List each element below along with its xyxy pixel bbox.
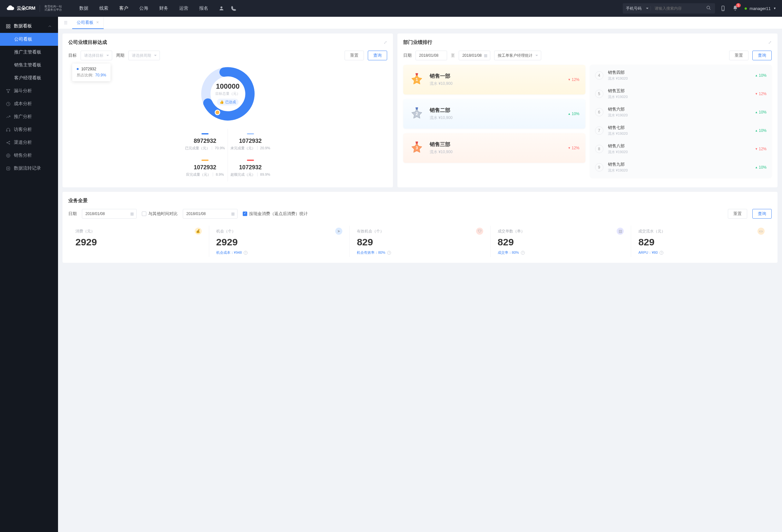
nav-customer[interactable]: 客户 [115,0,133,16]
svg-rect-7 [6,27,8,28]
logo[interactable]: 云朵CRM 教育机构一站 式服务云平台 [6,5,62,12]
sidebar-item-funnel[interactable]: 漏斗分析 [0,84,58,97]
search-input[interactable] [651,6,702,11]
mobile-icon[interactable] [720,5,726,11]
svg-point-0 [220,6,222,8]
reset-button[interactable]: 重置 [728,209,747,219]
pct-change: ▼12% [568,77,579,82]
arrow-down-icon: ▼ [755,92,758,96]
metric-undone: 1072932未完成量（元）20.9% [228,129,273,155]
compare-checkbox[interactable]: 与其他时间对比 [142,211,178,217]
metric-should: 1072932应完成量（元）8.9% [182,155,227,181]
svg-point-15 [9,143,10,144]
card-target: 公司业绩目标达成 ⤢ 目标 请选择目标 周期 请选择周期 重置 查询 10729… [63,34,393,187]
nav-lead[interactable]: 线索 [95,0,113,16]
svg-text:3: 3 [416,146,418,150]
sidebar-item-account-mgr[interactable]: 客户经理看板 [0,72,58,84]
svg-rect-5 [6,24,8,26]
nav-operate[interactable]: 运营 [175,0,193,16]
rank-card-2: 2 销售二部流水 ¥10,900 ▲10% [403,99,585,129]
gold-medal-icon: 1 [409,72,425,87]
search-type-select[interactable]: 手机号码 [623,6,645,11]
tab-company[interactable]: 公司看板✕ [72,17,104,29]
help-icon[interactable]: ? [244,251,248,255]
expand-icon[interactable]: ⤢ [384,40,387,45]
calendar-icon: ▦ [130,212,134,216]
help-icon[interactable]: ? [387,251,391,255]
sidebar-item-company[interactable]: 公司看板 [0,33,58,46]
sidebar: 数据看板 公司看板 推广主管看板 销售主管看板 客户经理看板 漏斗分析 成本分析… [0,17,58,532]
chevron-up-icon [47,24,52,29]
sidebar-item-sales-mgr[interactable]: 销售主管看板 [0,59,58,72]
nav-enroll[interactable]: 报名 [195,0,213,16]
svg-point-19 [7,155,9,156]
search-button[interactable] [702,5,715,11]
svg-marker-9 [6,89,10,93]
metric-done: 8972932已完成量（元）70.9% [182,129,227,155]
notifications[interactable]: 5 [732,5,738,12]
goal-select[interactable]: 请选择目标 [80,50,112,60]
cash-checkbox[interactable]: 按现金消费（返点后消费）统计 [243,211,308,217]
dashboard-icon [6,24,11,29]
list-icon [6,166,11,171]
achieved-badge: 👍已达成 [217,99,239,105]
collapse-sidebar-button[interactable]: ☰ [61,19,70,27]
sidebar-item-flow[interactable]: 数据流转记录 [0,162,58,175]
rank-card-3: 3 销售三部流水 ¥10,900 ▼12% [403,133,585,163]
phone-icon[interactable] [231,5,237,11]
rank-row: 4销售四部流水 ¥19020▲10% [590,66,772,84]
nav-public[interactable]: 公海 [135,0,153,16]
svg-rect-12 [9,130,10,131]
reset-button[interactable]: 重置 [345,50,364,60]
sidebar-item-visitor[interactable]: 访客分析 [0,123,58,136]
user-icon[interactable] [218,5,224,11]
date-input-2[interactable]: 2018/01/08▦ [183,209,238,219]
card-icon: ▭ [757,227,765,235]
rank-row: 6销售六部流水 ¥19020▲10% [590,103,772,121]
svg-point-18 [6,153,10,157]
rank-list: 4销售四部流水 ¥19020▲10% 5销售五部流水 ¥19020▼12% 6销… [590,65,772,178]
sidebar-item-channel[interactable]: 渠道分析 [0,136,58,149]
sidebar-item-promo[interactable]: 推广分析 [0,110,58,123]
period-select[interactable]: 请选择周期 [128,50,160,60]
sidebar-item-promo-mgr[interactable]: 推广主管看板 [0,46,58,59]
svg-line-17 [7,143,9,144]
sidebar-group-dashboard[interactable]: 数据看板 [0,19,58,33]
search-icon [706,5,711,10]
svg-rect-11 [6,130,7,131]
rank-row: 8销售八部流水 ¥19020▼12% [590,140,772,158]
close-icon[interactable]: ✕ [96,20,99,25]
pct-change: ▼12% [568,146,579,150]
date-to-input[interactable]: 2018/01/08▦ [459,50,490,60]
date-input[interactable]: 2018/01/08▦ [82,209,137,219]
nav-data[interactable]: 数据 [75,0,93,16]
user-menu[interactable]: manager11 ▼ [745,6,776,11]
nav-finance[interactable]: 财务 [155,0,173,16]
funnel-icon [6,89,11,94]
sidebar-item-cost[interactable]: 成本分析 [0,97,58,110]
query-button[interactable]: 查询 [752,209,772,219]
query-button[interactable]: 查询 [752,50,772,60]
chart-tooltip: 1072932 所占比例:70.9% [72,64,111,81]
svg-line-16 [7,142,9,143]
main-nav: 数据 线索 客户 公海 财务 运营 报名 [75,0,213,16]
headset-icon [6,127,11,132]
reset-button[interactable]: 重置 [729,50,748,60]
rank-row: 5销售五部流水 ¥19020▼12% [590,84,772,103]
card-overview: 业务全景 日期 2018/01/08▦ 与其他时间对比 2018/01/08▦ … [63,192,778,263]
stat-valid-opp: 有效机会（个）🛡 829 机会有效率：80%? [350,226,491,257]
sidebar-item-sales[interactable]: 销售分析 [0,149,58,162]
date-from-input[interactable]: 2018/01/08 [416,50,447,60]
svg-point-14 [9,141,10,142]
bronze-medal-icon: 3 [409,140,425,156]
statby-select[interactable]: 按工单客户经理统计 [494,50,541,60]
cloud-icon [6,5,15,12]
status-dot [745,7,747,10]
query-button[interactable]: 查询 [368,50,387,60]
help-icon[interactable]: ? [660,251,663,255]
rank-row: 7销售七部流水 ¥19020▲10% [590,121,772,140]
expand-icon[interactable]: ⤢ [768,40,772,45]
chevron-down-icon: ▼ [773,7,776,10]
help-icon[interactable]: ? [521,251,525,255]
arrow-down-icon: ▼ [755,147,758,150]
